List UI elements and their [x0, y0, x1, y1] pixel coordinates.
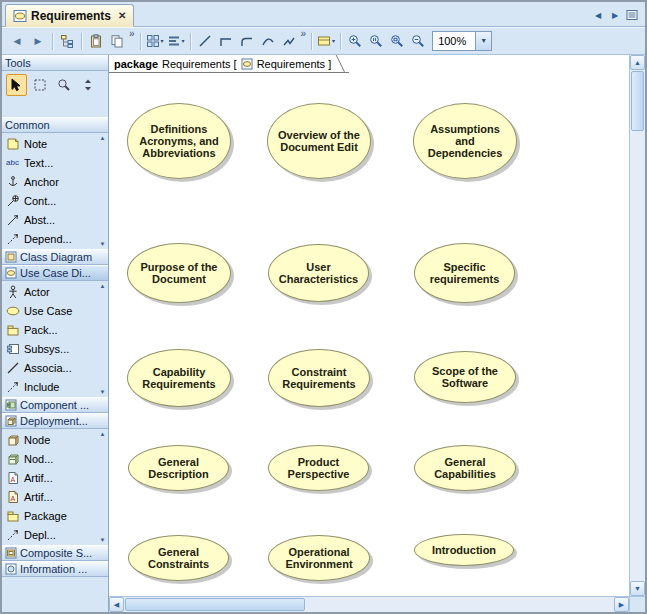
magnifier-icon [57, 78, 71, 92]
use-case-label: Constraint Requirements [277, 366, 361, 390]
scroll-tabs-left-button[interactable]: ◀ [591, 8, 605, 22]
pointer-tool-button[interactable] [6, 74, 27, 96]
sidebar-item-package[interactable]: Pack... [4, 320, 98, 339]
palette-header-component-diagram[interactable]: Component ... [2, 397, 108, 413]
palette-header-common[interactable]: Common [2, 117, 108, 133]
zoom-level-combobox[interactable]: 100% ▼ [432, 31, 492, 51]
app-window: Requirements ✕ ◀ ▶ ◀ ▶ [0, 0, 647, 614]
use-case-label: General Description [137, 456, 220, 480]
zoom-out-button[interactable] [408, 31, 428, 51]
sidebar-item-node-instance[interactable]: Nod... [4, 449, 98, 468]
sidebar-item-actor[interactable]: Actor [4, 282, 98, 301]
use-case-node[interactable]: Operational Environment [268, 535, 370, 581]
palette-header-class-diagram[interactable]: Class Diagram [2, 249, 108, 265]
zoom-level-value[interactable]: 100% [433, 35, 475, 47]
sidebar-item-node[interactable]: Node [4, 430, 98, 449]
main-area: Tools [2, 55, 645, 612]
use-case-node[interactable]: User Characteristics [268, 244, 369, 302]
dropdown-arrow-icon: ▾ [161, 38, 164, 44]
window-list-button[interactable] [625, 8, 639, 22]
sidebar-item-note[interactable]: Note [4, 134, 98, 153]
zoom-dropdown-button[interactable]: ▼ [475, 32, 491, 50]
use-case-node[interactable]: Product Perspective [268, 445, 369, 491]
palette-header-information-flow[interactable]: Information ... [2, 561, 108, 577]
copy-icon [110, 34, 124, 48]
zoom-fit-button[interactable] [387, 31, 407, 51]
oblique-path-button[interactable] [195, 31, 215, 51]
sidebar-item-anchor[interactable]: Anchor [4, 172, 98, 191]
shape-style-button[interactable]: ▾ [316, 31, 336, 51]
palette-header-use-case-diagram[interactable]: Use Case Di... [2, 265, 108, 281]
spline-path-button[interactable] [279, 31, 299, 51]
align-button[interactable]: ▾ [166, 31, 186, 51]
toolbar-separator [190, 33, 191, 50]
curved-path-button[interactable] [258, 31, 278, 51]
paste-button[interactable] [86, 31, 106, 51]
containment-tree-button[interactable] [57, 31, 77, 51]
forward-button[interactable]: ▶ [28, 31, 48, 51]
horizontal-scroll-thumb[interactable] [125, 598, 305, 611]
rounded-line-icon [240, 34, 254, 48]
use-case-node[interactable]: Constraint Requirements [268, 349, 370, 407]
marquee-tool-button[interactable] [30, 74, 51, 96]
sidebar-item-artifact[interactable]: A Artif... [4, 468, 98, 487]
vertical-scroll-thumb[interactable] [631, 71, 644, 131]
mini-scroll-up-icon[interactable]: ▲ [100, 135, 106, 141]
use-case-node[interactable]: General Description [128, 445, 229, 491]
close-tab-icon[interactable]: ✕ [118, 10, 126, 21]
overflow-chevron[interactable]: » [300, 28, 308, 40]
overflow-chevron[interactable]: » [128, 28, 136, 40]
palette-header-tools[interactable]: Tools [2, 55, 108, 71]
back-button[interactable]: ◀ [7, 31, 27, 51]
use-case-node[interactable]: Capability Requirements [127, 349, 231, 407]
use-case-node[interactable]: Overview of the Document Edit [267, 103, 371, 179]
sidebar-item-artifact-instance[interactable]: A Artif... [4, 487, 98, 506]
sidebar-item-package-deployment[interactable]: Package [4, 506, 98, 525]
zigzag-line-icon [282, 34, 296, 48]
sidebar-item-text[interactable]: abc Text... [4, 153, 98, 172]
sidebar-item-abstraction[interactable]: Abst... [4, 210, 98, 229]
scroll-right-button[interactable]: ▶ [614, 597, 629, 612]
rounded-path-button[interactable] [237, 31, 257, 51]
copy-button[interactable] [107, 31, 127, 51]
sidebar-item-use-case[interactable]: Use Case [4, 301, 98, 320]
palette-header-composite-structure[interactable]: Composite S... [2, 545, 108, 561]
use-case-node[interactable]: Specific requirements [414, 243, 515, 303]
scroll-down-button[interactable]: ▼ [630, 581, 645, 596]
svg-text:A: A [11, 495, 16, 502]
dropdown-arrow-icon: ▾ [182, 38, 185, 44]
scroll-up-button[interactable]: ▲ [630, 55, 645, 70]
diagram-frame-label[interactable]: package Requirements [ Requirements ] [109, 55, 349, 73]
sidebar-item-association[interactable]: Associa... [4, 358, 98, 377]
rectilinear-path-button[interactable] [216, 31, 236, 51]
use-case-node[interactable]: General Capabilities [414, 445, 516, 491]
mini-scroll-up-icon[interactable]: ▲ [100, 431, 106, 437]
up-down-arrows-icon [81, 78, 95, 92]
swap-tool-button[interactable] [77, 74, 98, 96]
diagram-canvas[interactable]: package Requirements [ Requirements ] De… [109, 55, 645, 612]
zoom-tool-button[interactable] [54, 74, 75, 96]
use-case-node[interactable]: General Constraints [128, 535, 229, 581]
zoom-in-button[interactable] [345, 31, 365, 51]
use-case-node[interactable]: Scope of the Software [414, 351, 516, 403]
layout-button[interactable]: ▾ [145, 31, 165, 51]
mini-scroll-down-icon[interactable]: ▼ [100, 389, 106, 395]
scroll-left-button[interactable]: ◀ [109, 597, 124, 612]
tab-requirements[interactable]: Requirements ✕ [5, 4, 134, 27]
sidebar-item-subsystem[interactable]: Subsys... [4, 339, 98, 358]
sidebar-item-include[interactable]: Include [4, 377, 98, 396]
scroll-tabs-right-button[interactable]: ▶ [608, 8, 622, 22]
use-case-node[interactable]: Definitions Acronyms, and Abbreviations [127, 103, 231, 179]
use-case-node[interactable]: Introduction [414, 534, 514, 566]
sidebar-item-deploy[interactable]: Depl... [4, 525, 98, 544]
mini-scroll-up-icon[interactable]: ▲ [100, 283, 106, 289]
mini-scroll-down-icon[interactable]: ▼ [100, 241, 106, 247]
sidebar-item-dependency[interactable]: Depend... [4, 229, 98, 248]
use-case-node[interactable]: Purpose of the Document [127, 243, 231, 303]
association-icon [6, 361, 20, 375]
palette-header-deployment-diagram[interactable]: Deployment... [2, 413, 108, 429]
sidebar-item-containment[interactable]: Cont... [4, 191, 98, 210]
zoom-1-1-button[interactable] [366, 31, 386, 51]
use-case-node[interactable]: Assumptions and Dependencies [413, 103, 517, 179]
mini-scroll-down-icon[interactable]: ▼ [100, 537, 106, 543]
